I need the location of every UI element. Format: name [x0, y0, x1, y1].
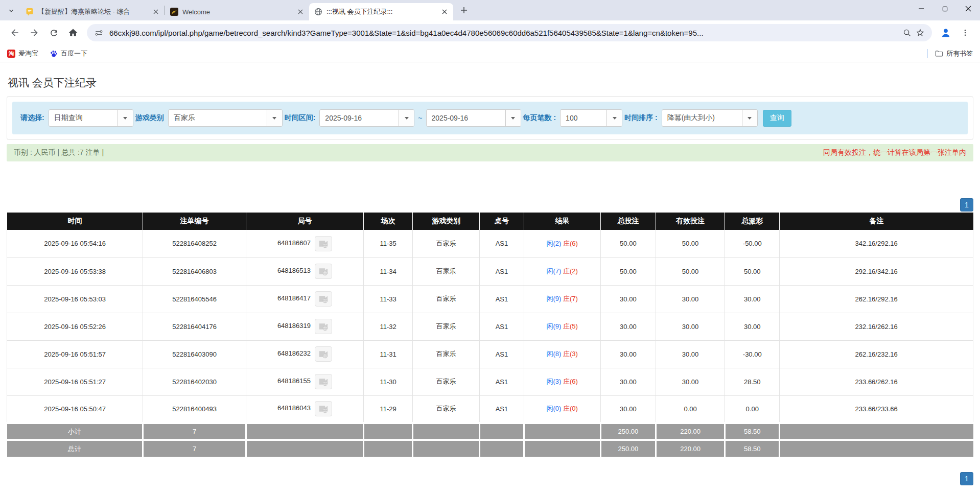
page-1-button[interactable]: 1: [960, 472, 973, 485]
bet-id-cell: 522816403090: [143, 340, 246, 368]
tab-close-icon[interactable]: [440, 7, 449, 16]
table-row: 2025-09-16 05:52:26 522816404176 6481863…: [7, 313, 973, 340]
filter-bar: 请选择: 日期查询 游戏类别 百家乐 时间区间: 2025-09-16 ~ 20…: [12, 102, 968, 134]
globe-favicon-icon: [314, 8, 322, 16]
page-1-button[interactable]: 1: [960, 198, 973, 212]
table-header-row: 时间 注单编号 局号 场次 游戏类别 桌号 结果 总投注 有效投注 总派彩 备注: [7, 213, 973, 230]
back-button[interactable]: [7, 25, 23, 41]
game-type-cell: 百家乐: [413, 257, 480, 285]
player-result: 闲(2): [546, 240, 561, 247]
total-bet-cell: 30.00: [600, 285, 656, 313]
site-settings-icon[interactable]: [92, 26, 105, 39]
banker-result: 庄(3): [563, 350, 578, 358]
banker-result: 庄(5): [563, 322, 578, 330]
video-replay-button[interactable]: [315, 291, 332, 307]
browser-menu-icon[interactable]: [957, 25, 973, 41]
browser-tab-welcome[interactable]: Welcome: [165, 3, 309, 20]
time-cell: 2025-09-16 05:52:26: [7, 313, 143, 340]
round-cell: 648186232: [246, 340, 363, 368]
table-body: 2025-09-16 05:54:16 522816408252 6481866…: [7, 230, 973, 423]
all-bookmarks-label: 所有书签: [946, 49, 973, 58]
maximize-button[interactable]: [933, 0, 956, 17]
game-type-label: 游戏类别: [135, 113, 164, 123]
bet-id-cell: 522816405546: [143, 285, 246, 313]
browser-tab-forum[interactable]: 【新提醒】海燕策略论坛 - 综合: [20, 3, 165, 20]
query-type-select[interactable]: 日期查询: [49, 109, 133, 127]
banker-result: 庄(2): [563, 267, 578, 275]
note-cell: 232.16/262.16: [780, 313, 973, 340]
address-bar[interactable]: 66cxkj98.com/ipl/portal.php/game/betreco…: [87, 24, 932, 41]
table-row: 2025-09-16 05:54:16 522816408252 6481866…: [7, 230, 973, 257]
game-type-cell: 百家乐: [413, 285, 480, 313]
total-row: 总计 7 250.00 220.00 58.50: [7, 440, 973, 457]
col-payout: 总派彩: [725, 213, 780, 230]
tab-search-button[interactable]: [4, 4, 18, 18]
video-replay-button[interactable]: [315, 401, 332, 416]
tab-title: :::视讯 会员下注纪录:::: [326, 7, 440, 16]
subtotal-valid-bet: 220.00: [656, 423, 725, 440]
total-bet-cell: 30.00: [600, 368, 656, 395]
video-replay-button[interactable]: [315, 319, 332, 334]
player-result: 闲(0): [546, 405, 561, 412]
browser-tab-betrecord-active[interactable]: :::视讯 会员下注纪录:::: [309, 3, 453, 20]
bookmark-star-icon[interactable]: [914, 26, 927, 39]
profile-avatar[interactable]: [938, 25, 954, 41]
bookmark-baidu[interactable]: 百度一下: [50, 49, 87, 58]
table-no-cell: AS1: [480, 313, 524, 340]
summary-bar: 币别 : 人民币 | 总共 :7 注单 | 同局有效投注，统一计算在该局第一张注…: [7, 144, 973, 161]
valid-bet-cell: 30.00: [656, 285, 725, 313]
forward-button[interactable]: [26, 25, 42, 41]
per-page-select[interactable]: 100: [560, 109, 622, 127]
close-window-button[interactable]: [956, 0, 980, 17]
game-type-select[interactable]: 百家乐: [168, 109, 283, 127]
game-type-cell: 百家乐: [413, 313, 480, 340]
round-cell: 648186607: [246, 230, 363, 257]
video-replay-button[interactable]: [315, 374, 332, 389]
col-game-type: 游戏类别: [413, 213, 480, 230]
note-cell: 262.16/292.16: [780, 285, 973, 313]
sort-order-select[interactable]: 降冪(由大到小): [662, 109, 758, 127]
valid-bet-cell: 50.00: [656, 257, 725, 285]
home-button[interactable]: [65, 25, 81, 41]
tab-close-icon[interactable]: [151, 7, 160, 16]
all-bookmarks-button[interactable]: 所有书签: [935, 49, 973, 58]
per-page-label: 每页笔数 :: [523, 113, 556, 123]
browser-toolbar: 66cxkj98.com/ipl/portal.php/game/betreco…: [0, 20, 980, 45]
minimize-button[interactable]: [909, 0, 933, 17]
col-time: 时间: [7, 213, 143, 230]
payout-cell: 30.00: [725, 313, 780, 340]
video-replay-button[interactable]: [315, 236, 332, 251]
pagination-top: 1: [7, 198, 973, 212]
browser-tab-strip: 【新提醒】海燕策略论坛 - 综合 Welcome :::视讯 会员下注纪录:::: [0, 0, 980, 20]
new-tab-button[interactable]: [457, 4, 471, 17]
video-replay-button[interactable]: [315, 346, 332, 362]
search-button[interactable]: 查询: [763, 110, 791, 127]
refresh-button[interactable]: [45, 25, 62, 41]
valid-bet-notice-text: 同局有效投注，统一计算在该局第一张注单内: [823, 148, 966, 157]
zoom-icon[interactable]: [900, 26, 914, 39]
total-bet-cell: 50.00: [600, 230, 656, 257]
subtotal-payout: 58.50: [725, 423, 780, 440]
chevron-down-icon: [118, 110, 133, 126]
result-cell: 闲(0) 庄(0): [524, 395, 600, 423]
bookmark-taobao[interactable]: 淘 爱淘宝: [7, 49, 38, 58]
game-type-cell: 百家乐: [413, 340, 480, 368]
bet-id-cell: 522816402030: [143, 368, 246, 395]
time-cell: 2025-09-16 05:53:03: [7, 285, 143, 313]
date-from-select[interactable]: 2025-09-16: [319, 109, 414, 127]
payout-cell: 50.00: [725, 257, 780, 285]
subtotal-total-bet: 250.00: [600, 423, 656, 440]
date-to-select[interactable]: 2025-09-16: [426, 109, 521, 127]
tab-close-icon[interactable]: [296, 7, 305, 16]
welcome-favicon-icon: [170, 8, 178, 16]
chevron-down-icon: [505, 110, 521, 126]
total-total-bet: 250.00: [600, 440, 656, 457]
bet-id-cell: 522816404176: [143, 313, 246, 340]
table-no-cell: AS1: [480, 230, 524, 257]
game-type-cell: 百家乐: [413, 230, 480, 257]
col-result: 结果: [524, 213, 600, 230]
round-cell: 648186319: [246, 313, 363, 340]
note-cell: 233.66/262.16: [780, 368, 973, 395]
video-replay-button[interactable]: [315, 264, 332, 279]
time-cell: 2025-09-16 05:51:27: [7, 368, 143, 395]
